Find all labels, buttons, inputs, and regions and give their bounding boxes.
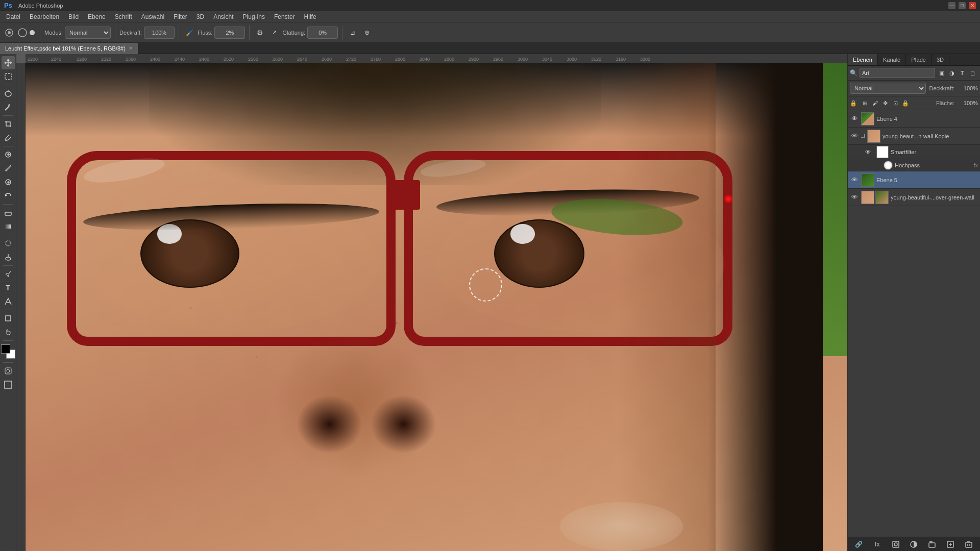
extra-icon[interactable]: ⊕ bbox=[361, 27, 373, 39]
layer-item-ebene4[interactable]: 👁 Ebene 4 bbox=[848, 110, 980, 128]
dodge-tool[interactable] bbox=[2, 251, 15, 264]
lock-artboard-icon[interactable]: ⊡ bbox=[891, 98, 900, 108]
minimize-button[interactable]: — bbox=[948, 2, 955, 9]
svg-rect-25 bbox=[893, 541, 899, 547]
menu-fenster[interactable]: Fenster bbox=[270, 12, 299, 21]
lock-position-icon[interactable]: ✥ bbox=[880, 98, 890, 108]
opacity-input[interactable] bbox=[144, 27, 175, 39]
crop-tool[interactable] bbox=[2, 117, 15, 131]
layer-vis-smartfilter[interactable]: 👁 bbox=[863, 147, 872, 157]
layer-thumb-ebene4 bbox=[861, 112, 874, 126]
ruler-left bbox=[16, 63, 26, 551]
layer-vis-ebene5[interactable]: 👁 bbox=[850, 176, 859, 185]
layer-opacity-value[interactable]: 100% bbox=[958, 85, 978, 91]
magic-wand-tool[interactable] bbox=[2, 101, 15, 114]
tab-pfade[interactable]: Pfade bbox=[906, 54, 932, 65]
hochpass-thumb bbox=[884, 161, 893, 170]
path-selection-tool[interactable] bbox=[2, 295, 15, 308]
blur-tool[interactable] bbox=[2, 237, 15, 250]
layers-search-input[interactable] bbox=[860, 68, 935, 78]
settings-icon[interactable]: ⚙ bbox=[254, 27, 266, 39]
tab-3d[interactable]: 3D bbox=[932, 54, 949, 65]
svg-line-7 bbox=[5, 106, 9, 110]
toolbar-separator-1 bbox=[40, 26, 40, 40]
foreground-color-swatch[interactable] bbox=[1, 344, 10, 354]
lasso-tool[interactable] bbox=[2, 87, 15, 100]
brush-tool-side[interactable] bbox=[2, 162, 15, 175]
filter-adjust-icon[interactable]: ◑ bbox=[947, 68, 957, 78]
history-brush-tool[interactable] bbox=[2, 189, 15, 203]
menu-filter[interactable]: Filter bbox=[169, 12, 191, 21]
lock-transparent-icon[interactable]: ⊞ bbox=[860, 98, 869, 108]
layer-vis-ebene4[interactable]: 👁 bbox=[850, 114, 859, 123]
expand-arrow-icon[interactable] bbox=[861, 134, 865, 138]
menu-3d[interactable]: 3D bbox=[192, 12, 208, 21]
canvas-wrapper[interactable] bbox=[26, 63, 847, 551]
doc-tab-close-icon[interactable]: ✕ bbox=[129, 45, 133, 51]
menu-ansicht[interactable]: Ansicht bbox=[209, 12, 237, 21]
airbrush-toggle[interactable]: 🖌️ bbox=[183, 27, 195, 39]
menu-datei[interactable]: Datei bbox=[2, 12, 24, 21]
eraser-tool[interactable] bbox=[2, 206, 15, 219]
move-tool[interactable] bbox=[2, 56, 15, 69]
menu-auswahl[interactable]: Auswahl bbox=[137, 12, 168, 21]
add-group-button[interactable] bbox=[926, 539, 938, 550]
layer-item-young-original[interactable]: 👁 young-beautiful-...over-green-wall bbox=[848, 189, 980, 206]
menu-bearbeiten[interactable]: Bearbeiten bbox=[26, 12, 63, 21]
filter-smart-icon[interactable]: ☆ bbox=[978, 68, 980, 78]
layer-item-ebene5[interactable]: 👁 Ebene 5 bbox=[848, 171, 980, 189]
screen-mode-tool[interactable] bbox=[2, 378, 15, 391]
add-layer-button[interactable] bbox=[945, 539, 956, 550]
hand-tool[interactable] bbox=[2, 325, 15, 339]
menu-bild[interactable]: Bild bbox=[64, 12, 83, 21]
layer-item-hochpass[interactable]: Hochpass fx bbox=[848, 159, 980, 171]
pen-tool[interactable] bbox=[2, 267, 15, 281]
brush-angle-icon[interactable]: ⊿ bbox=[347, 27, 359, 39]
layer-name-ebene4: Ebene 4 bbox=[876, 116, 978, 122]
selection-tool[interactable] bbox=[2, 70, 15, 83]
eyedropper-tool[interactable] bbox=[2, 131, 15, 144]
fill-label: Fläche: bbox=[936, 100, 954, 106]
flow-input[interactable] bbox=[214, 27, 245, 39]
color-swatches[interactable] bbox=[1, 344, 15, 359]
layer-blend-mode-select[interactable]: Normal Auflösen Abdunkeln Multiplizieren… bbox=[850, 83, 926, 94]
angle-icon[interactable]: ↗ bbox=[268, 27, 280, 39]
add-adjustment-button[interactable] bbox=[908, 539, 919, 550]
svg-rect-4 bbox=[5, 73, 11, 80]
shape-tool[interactable] bbox=[2, 312, 15, 325]
layer-vis-young-original[interactable]: 👁 bbox=[850, 193, 859, 202]
filter-shape-icon[interactable]: ◻ bbox=[968, 68, 977, 78]
smoothing-input[interactable] bbox=[307, 27, 338, 39]
tab-kanale[interactable]: Kanäle bbox=[878, 54, 906, 65]
healing-tool[interactable] bbox=[2, 148, 15, 161]
document-tab-active[interactable]: Leucht Effekt.psdc bei 181% (Ebene 5, RG… bbox=[0, 43, 138, 54]
quick-mask-tool[interactable] bbox=[2, 364, 15, 378]
layer-vis-young-kopie[interactable]: 👁 bbox=[850, 132, 859, 141]
filter-pixel-icon[interactable]: ▣ bbox=[937, 68, 946, 78]
menu-ebene[interactable]: Ebene bbox=[84, 12, 110, 21]
add-fx-button[interactable]: fx bbox=[872, 539, 883, 550]
gradient-tool[interactable] bbox=[2, 220, 15, 233]
menu-hilfe[interactable]: Hilfe bbox=[300, 12, 321, 21]
fill-value[interactable]: 100% bbox=[958, 100, 978, 106]
layer-name-ebene5: Ebene 5 bbox=[876, 177, 978, 183]
add-link-button[interactable]: 🔗 bbox=[853, 539, 865, 550]
layer-filter-icons: ▣ ◑ T ◻ ☆ bbox=[937, 68, 980, 78]
text-tool[interactable]: T bbox=[2, 281, 15, 294]
delete-layer-button[interactable] bbox=[963, 539, 974, 550]
clone-tool[interactable] bbox=[2, 176, 15, 189]
svg-point-5 bbox=[5, 91, 11, 96]
lock-all-icon[interactable]: 🔒 bbox=[901, 98, 910, 108]
lock-image-icon[interactable]: 🖌 bbox=[870, 98, 879, 108]
add-mask-button[interactable] bbox=[890, 539, 901, 550]
menu-schrift[interactable]: Schrift bbox=[111, 12, 136, 21]
brush-tool-icon[interactable] bbox=[3, 27, 15, 39]
menu-plugins[interactable]: Plug-ins bbox=[239, 12, 269, 21]
maximize-button[interactable]: □ bbox=[959, 2, 966, 9]
tab-ebenen[interactable]: Ebenen bbox=[848, 54, 878, 65]
layer-item-young-kopie[interactable]: 👁 young-beaut...n-wall Kopie bbox=[848, 128, 980, 145]
close-button[interactable]: ✕ bbox=[969, 2, 976, 9]
filter-text-icon[interactable]: T bbox=[958, 68, 967, 78]
blend-mode-select[interactable]: Normal Auflösen Abdunkeln Multiplizieren bbox=[65, 27, 111, 39]
layer-item-smartfilter[interactable]: 👁 Smartfilter bbox=[848, 145, 980, 159]
